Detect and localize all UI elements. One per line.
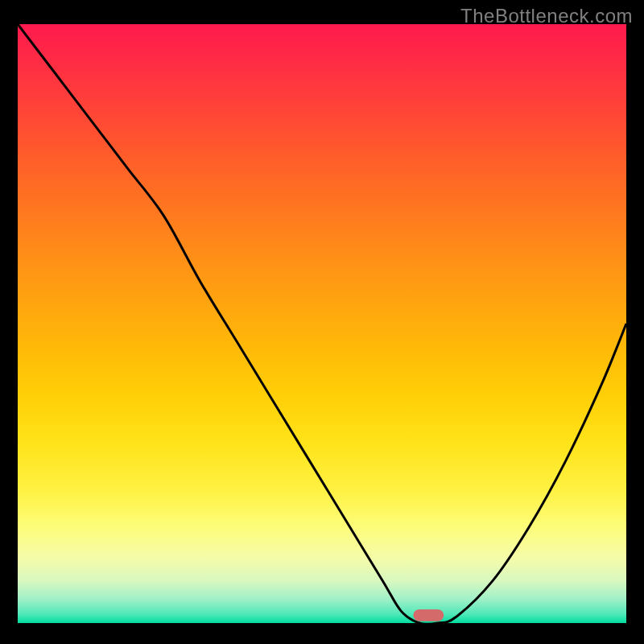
chart-plot-area bbox=[18, 24, 626, 623]
chart-svg bbox=[18, 24, 626, 623]
optimal-marker bbox=[413, 609, 444, 621]
watermark-text: TheBottleneck.com bbox=[460, 5, 633, 27]
bottleneck-curve bbox=[18, 24, 626, 623]
